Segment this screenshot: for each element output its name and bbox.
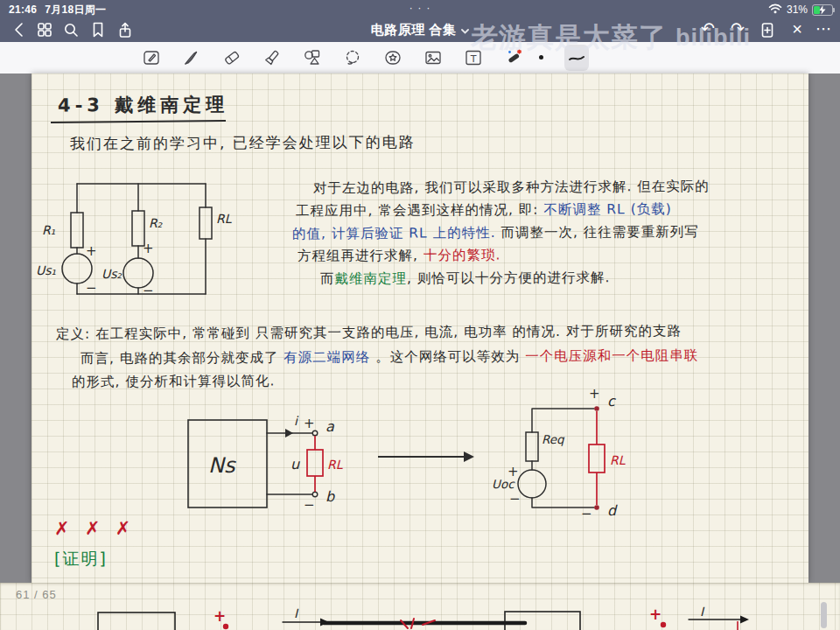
plus-sign-red: + <box>649 606 662 623</box>
label-r2: R₂ <box>149 216 163 230</box>
plus-sign: + <box>143 241 154 256</box>
label-us2: Us₂ <box>102 267 122 281</box>
redo-icon[interactable]: ↷ <box>726 18 749 40</box>
para-line-5: 而戴维南定理, 则恰可以十分方便的进行求解. <box>320 269 610 289</box>
para-line-3: 的值, 计算后验证 RL 上的特性. 而调整一次, 往往需要重新列写 <box>292 223 699 243</box>
laser-pointer-tool-icon[interactable] <box>500 45 526 70</box>
plus-sign: + <box>304 416 315 431</box>
shapes-tool-icon[interactable] <box>299 45 325 70</box>
pen-tool-icon[interactable] <box>178 45 204 70</box>
heading-underline <box>51 120 226 123</box>
minus-sign: − <box>304 497 315 513</box>
stroke-sample-icon <box>567 48 586 67</box>
plus-sign: + <box>86 243 97 259</box>
multitask-indicator: · · · <box>0 1 840 14</box>
definition-line-2: 而言, 电路的其余部分就变成了 有源二端网络 。这个网络可以等效为 一个电压源和… <box>80 346 698 368</box>
undo-icon[interactable]: ↶ <box>696 18 719 40</box>
read-only-mode-icon[interactable] <box>138 45 164 70</box>
eraser-tool-icon[interactable] <box>219 45 244 70</box>
drawing-toolbar: T <box>0 42 840 74</box>
label-node-b: b <box>326 488 335 505</box>
label-rl-red: RL <box>327 458 344 472</box>
scrollbar-thumb[interactable] <box>821 602 827 628</box>
label-current-I: I <box>294 606 299 620</box>
battery-percent: 31% <box>787 4 808 16</box>
notebook-page-61[interactable]: 4-3 戴维南定理 我们在之前的学习中, 已经学会处理以下的电路 R₁ <box>32 74 808 583</box>
importance-marks: ✗ ✗ ✗ <box>54 518 136 539</box>
minus-sign: − <box>143 283 154 298</box>
status-right: 31% <box>768 3 833 17</box>
section-heading: 4-3 戴维南定理 <box>58 92 228 117</box>
label-node-c: c <box>607 393 616 410</box>
notebook-page-62-partial[interactable]: I I + + <box>0 583 840 630</box>
label-us1: Us₁ <box>36 263 57 277</box>
selected-stroke-preset[interactable] <box>564 45 589 71</box>
definition-line-1: 定义: 在工程实际中, 常常碰到 只需研究其一支路的电压, 电流, 电功率 的情… <box>56 322 682 344</box>
label-u: u <box>290 456 300 472</box>
sticker-tool-icon[interactable] <box>380 45 405 70</box>
minus-sign: − <box>509 491 521 507</box>
thevenin-diagrams: Ns i a b u Req Uoc c d RL RL + − + <box>154 388 644 520</box>
image-tool-icon[interactable] <box>420 45 445 70</box>
charging-bolt-icon <box>818 5 827 15</box>
more-icon[interactable]: ⋯ <box>812 18 835 40</box>
label-current-i: i <box>294 414 299 428</box>
para-line-4: 方程组再进行求解, 十分的繁琐. <box>298 246 500 265</box>
text-tool-icon[interactable]: T <box>460 45 486 70</box>
plus-sign-red: + <box>214 607 226 625</box>
proof-label: [证明] <box>54 548 108 570</box>
minus-sign: − <box>581 506 592 520</box>
battery-icon <box>812 4 833 16</box>
status-bar: 21:467月18日周一 · · · 31% <box>0 0 840 18</box>
label-rl-red: RL <box>610 453 626 467</box>
label-rl: RL <box>216 212 233 226</box>
para-line-2: 工程应用中, 常会遇到这样的情况, 即: 不断调整 RL (负载) <box>296 200 672 220</box>
lasso-tool-icon[interactable] <box>340 45 365 70</box>
text-tool-label: T <box>469 52 476 64</box>
nav-bar: 电路原理 合集 ↶ ↷ × ⋯ <box>0 18 840 42</box>
label-node-a: a <box>326 418 335 435</box>
label-req: Req <box>542 432 565 446</box>
partial-proof-diagram: I I + + <box>0 583 840 630</box>
chevron-down-icon <box>461 29 469 34</box>
top-bars: 21:467月18日周一 · · · 31% 电路原理 合集 ↶ ↷ × ⋯ <box>0 0 840 42</box>
close-icon[interactable]: × <box>786 18 808 40</box>
intro-line: 我们在之前的学习中, 已经学会处理以下的电路 <box>70 132 416 154</box>
page-indicator: 61 / 65 <box>16 588 57 601</box>
app-screen: 21:467月18日周一 · · · 31% 电路原理 合集 ↶ ↷ × ⋯ <box>0 0 840 630</box>
label-r1: R₁ <box>42 223 56 237</box>
wifi-icon <box>768 3 782 17</box>
label-current-I: I <box>700 605 705 619</box>
para-line-1: 对于左边的电路, 我们可以采取多种方法进行求解. 但在实际的 <box>313 178 710 198</box>
highlighter-tool-icon[interactable] <box>259 45 284 70</box>
label-ns: Ns <box>208 453 236 478</box>
add-page-icon[interactable] <box>756 19 779 40</box>
label-node-d: d <box>607 502 618 519</box>
minus-sign: − <box>86 280 97 296</box>
note-canvas[interactable]: 4-3 戴维南定理 我们在之前的学习中, 已经学会处理以下的电路 R₁ <box>0 74 840 630</box>
plus-sign: + <box>508 464 519 480</box>
plus-sign: + <box>589 388 600 402</box>
circuit-two-sources: R₁ Us₁ R₂ Us₂ RL + − + − <box>35 161 298 310</box>
stroke-size-preset[interactable] <box>539 55 543 60</box>
